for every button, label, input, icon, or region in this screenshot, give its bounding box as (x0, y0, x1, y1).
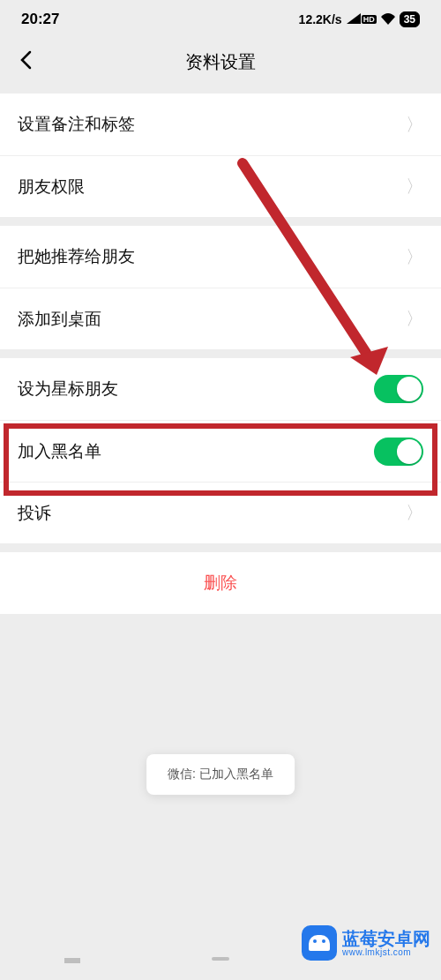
row-label: 投诉 (18, 502, 406, 525)
watermark-logo-icon (302, 925, 337, 961)
row-remark-tags[interactable]: 设置备注和标签 〉 (0, 94, 441, 155)
back-button[interactable] (12, 43, 39, 80)
row-label: 设为星标朋友 (18, 378, 374, 400)
hd-icon: HD (362, 15, 377, 24)
clock: 20:27 (21, 11, 59, 28)
delete-label: 删除 (204, 572, 237, 595)
row-add-desktop[interactable]: 添加到桌面 〉 (0, 288, 441, 349)
row-blacklist[interactable]: 加入黑名单 (0, 420, 441, 482)
battery-icon: 35 (400, 11, 420, 27)
chevron-right-icon: 〉 (406, 175, 423, 198)
wifi-icon (380, 12, 396, 27)
chevron-right-icon: 〉 (406, 307, 423, 331)
recents-icon[interactable] (64, 958, 82, 960)
row-report[interactable]: 投诉 〉 (0, 482, 441, 543)
star-toggle[interactable] (374, 375, 423, 403)
row-star-friend[interactable]: 设为星标朋友 (0, 358, 441, 420)
chevron-right-icon: 〉 (406, 245, 423, 269)
toast-notification: 微信: 已加入黑名单 (146, 754, 295, 795)
chevron-right-icon: 〉 (406, 501, 423, 525)
row-label: 把她推荐给朋友 (18, 245, 406, 268)
delete-button[interactable]: 删除 (0, 552, 441, 614)
status-bar: 20:27 12.2K/s HD 35 (0, 0, 441, 39)
row-label: 添加到桌面 (18, 308, 406, 331)
blacklist-toggle[interactable] (374, 438, 423, 466)
home-icon[interactable] (212, 957, 229, 961)
status-right: 12.2K/s HD 35 (299, 11, 420, 27)
net-speed: 12.2K/s (299, 12, 342, 26)
watermark-url: www.lmkjst.com (342, 947, 430, 957)
page-title: 资料设置 (0, 50, 441, 74)
chevron-right-icon: 〉 (406, 113, 423, 137)
row-friend-permissions[interactable]: 朋友权限 〉 (0, 155, 441, 217)
signal-icon (346, 12, 362, 27)
row-label: 加入黑名单 (18, 440, 374, 463)
section-remark: 设置备注和标签 〉 朋友权限 〉 (0, 94, 441, 217)
section-options: 设为星标朋友 加入黑名单 投诉 〉 (0, 358, 441, 543)
section-recommend: 把她推荐给朋友 〉 添加到桌面 〉 (0, 226, 441, 349)
watermark-name: 蓝莓安卓网 (342, 930, 430, 947)
row-recommend[interactable]: 把她推荐给朋友 〉 (0, 226, 441, 288)
toast-text: 微信: 已加入黑名单 (168, 767, 273, 781)
watermark: 蓝莓安卓网 www.lmkjst.com (302, 925, 430, 961)
row-label: 朋友权限 (18, 176, 406, 198)
row-label: 设置备注和标签 (18, 113, 406, 136)
nav-bar: 资料设置 (0, 39, 441, 85)
